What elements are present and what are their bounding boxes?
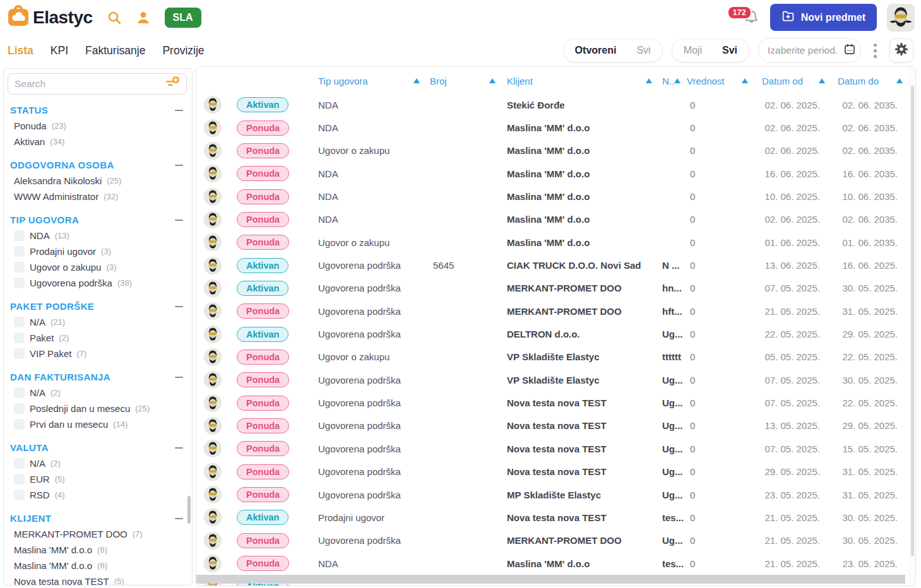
collapse-icon[interactable] <box>175 447 183 449</box>
checkbox[interactable] <box>14 348 25 359</box>
checkbox[interactable] <box>14 317 25 327</box>
filter-item[interactable]: N/A (21) <box>10 314 183 330</box>
sort-asc-icon[interactable] <box>819 78 825 83</box>
table-row[interactable]: Aktivan NDA Stekić Đorđe 0 02. 06. 2025.… <box>196 93 915 116</box>
filter-item[interactable]: Maslina 'MM' d.o.o (6) <box>10 558 183 573</box>
filter-item[interactable]: N/A (2) <box>10 385 183 401</box>
filter-item[interactable]: Poslednji dan u mesecu (25) <box>10 401 183 416</box>
column-header-n[interactable]: N.. <box>656 76 684 86</box>
table-row[interactable]: Ponuda Ugovorena podrška Nova testa nova… <box>196 461 915 483</box>
table-row[interactable]: Ponuda Ugovorena podrška MERKANT-PROMET … <box>196 300 915 322</box>
filter-item[interactable]: Prodajni ugovor (3) <box>10 244 183 259</box>
table-row[interactable]: Ponuda NDA Maslina 'MM' d.o.o 0 16. 06. … <box>196 162 915 185</box>
column-header-datum-od[interactable]: Datum od <box>752 76 829 86</box>
more-options-icon[interactable] <box>870 41 881 61</box>
table-row[interactable]: Ponuda NDA Maslina 'MM' d.o.o 0 02. 06. … <box>196 208 915 231</box>
tab[interactable]: KPI <box>51 44 68 57</box>
sort-asc-icon[interactable] <box>896 78 903 83</box>
table-row[interactable]: Aktivan Prodajni ugovor Nova testa nova … <box>196 506 915 529</box>
filter-item[interactable]: RSD (4) <box>10 487 183 503</box>
sort-asc-icon[interactable] <box>489 78 496 83</box>
filter-item[interactable]: Aleksandra Nikoloski (25) <box>10 173 183 189</box>
search-input[interactable] <box>15 78 165 90</box>
table-row[interactable]: Ponuda Ugovor o zakupu Maslina 'MM' d.o.… <box>196 231 915 254</box>
checkbox[interactable] <box>14 332 25 343</box>
column-header-vrednost[interactable]: Vrednost <box>684 76 752 86</box>
tab[interactable]: Lista <box>8 44 33 57</box>
filter-item[interactable]: Nova testa nova TEST (5) <box>10 573 183 585</box>
filter-item[interactable]: Maslina 'MM' d.o.o (6) <box>10 542 183 558</box>
table-row[interactable]: Ponuda Ugovor o zakupu VP Skladište Elas… <box>196 346 915 368</box>
tab[interactable]: Provizije <box>162 44 204 57</box>
column-header-tip-ugovora[interactable]: Tip ugovora <box>316 76 424 86</box>
filter-item[interactable]: Ugovorena podrška (38) <box>10 275 183 291</box>
tab[interactable]: Fakturisanje <box>85 44 145 57</box>
sort-asc-icon[interactable] <box>413 78 420 83</box>
checkbox[interactable] <box>14 230 25 241</box>
checkbox[interactable] <box>14 458 25 469</box>
table-row[interactable]: Aktivan Ugovorena podrška 5645 CIAK TRUC… <box>196 254 915 276</box>
table-row[interactable]: Ponuda Ugovorena podrška MERKANT-PROMET … <box>196 529 915 552</box>
table-row[interactable]: Ponuda Ugovorena podrška Nova testa nova… <box>196 437 915 460</box>
sort-asc-icon[interactable] <box>674 78 680 83</box>
table-row[interactable]: Aktivan Ugovorena podrška DELTRON d.o.o.… <box>196 322 915 345</box>
filter-item[interactable]: VIP Paket (7) <box>10 346 183 362</box>
user-icon[interactable] <box>136 10 151 25</box>
filter-item[interactable]: MERKANT-PROMET DOO (7) <box>10 526 183 542</box>
collapse-icon[interactable] <box>175 518 183 519</box>
filter-item[interactable]: Ugovor o zakupu (3) <box>10 259 183 275</box>
period-picker[interactable] <box>758 38 861 63</box>
filter-item[interactable]: Ponuda (23) <box>10 118 183 134</box>
search-icon[interactable] <box>107 10 122 25</box>
column-header-datum-do[interactable]: Datum do <box>829 76 906 86</box>
checkbox[interactable] <box>14 474 25 485</box>
sla-button[interactable]: SLA <box>165 8 201 28</box>
toggle-option[interactable]: Svi <box>712 40 747 61</box>
filter-item[interactable]: Aktivan (34) <box>10 134 183 150</box>
checkbox[interactable] <box>14 419 25 430</box>
table-row[interactable]: Ponuda NDA Maslina 'MM' d.o.o tes... 0 2… <box>196 552 915 575</box>
table-row[interactable]: Ponuda Ugovor o zakupu Maslina 'MM' d.o.… <box>196 139 915 162</box>
checkbox[interactable] <box>14 262 25 273</box>
sort-asc-icon[interactable] <box>646 78 652 83</box>
collapse-icon[interactable] <box>175 110 183 111</box>
toggle-option[interactable]: Moji <box>674 40 712 61</box>
sidebar-scrollbar[interactable] <box>187 496 191 524</box>
add-filter-icon[interactable] <box>165 76 180 92</box>
table-row[interactable]: Aktivan Ugovorena podrška MERKANT-PROMET… <box>196 277 915 300</box>
profile-avatar[interactable] <box>887 4 915 32</box>
filter-item[interactable]: Paket (2) <box>10 330 183 346</box>
filter-item[interactable]: WWW Administrator (32) <box>10 189 183 204</box>
table-row[interactable]: Ponuda Ugovorena podrška MP Skladište El… <box>196 483 915 506</box>
notifications[interactable]: 172 <box>739 7 760 28</box>
collapse-icon[interactable] <box>175 377 183 378</box>
filter-item[interactable]: N/A (2) <box>10 456 183 471</box>
collapse-icon[interactable] <box>175 306 183 307</box>
checkbox[interactable] <box>14 278 25 288</box>
table-row[interactable]: Ponuda Ugovorena podrška Nova testa nova… <box>196 391 915 414</box>
checkbox[interactable] <box>14 387 25 398</box>
period-input[interactable] <box>768 45 837 56</box>
toggle-option[interactable]: Otvoreni <box>565 40 627 61</box>
checkbox[interactable] <box>14 403 25 414</box>
table-row[interactable]: Ponuda NDA Maslina 'MM' d.o.o 0 02. 06. … <box>196 116 915 139</box>
new-case-button[interactable]: Novi predmet <box>770 4 877 31</box>
sidebar-search[interactable] <box>8 73 187 95</box>
filter-item[interactable]: EUR (5) <box>10 471 183 487</box>
checkbox[interactable] <box>14 246 25 257</box>
settings-button[interactable] <box>889 38 913 62</box>
vertical-scrollbar[interactable] <box>911 86 914 556</box>
table-row[interactable]: Ponuda Ugovorena podrška VP Skladište El… <box>196 368 915 391</box>
column-header-broj[interactable]: Broj <box>424 76 499 86</box>
toggle-option[interactable]: Svi <box>626 40 660 61</box>
table-row[interactable]: Ponuda NDA Maslina 'MM' d.o.o 0 10. 06. … <box>196 185 915 208</box>
horizontal-scrollbar[interactable] <box>196 575 905 584</box>
column-header-klijent[interactable]: Klijent <box>499 76 656 86</box>
collapse-icon[interactable] <box>175 220 183 221</box>
collapse-icon[interactable] <box>175 165 183 166</box>
sort-asc-icon[interactable] <box>742 78 748 83</box>
brand[interactable]: Elastyc <box>6 4 93 31</box>
filter-item[interactable]: Prvi dan u mesecu (14) <box>10 416 183 432</box>
checkbox[interactable] <box>14 490 25 500</box>
table-row[interactable]: Ponuda Ugovorena podrška Nova testa nova… <box>196 415 915 437</box>
